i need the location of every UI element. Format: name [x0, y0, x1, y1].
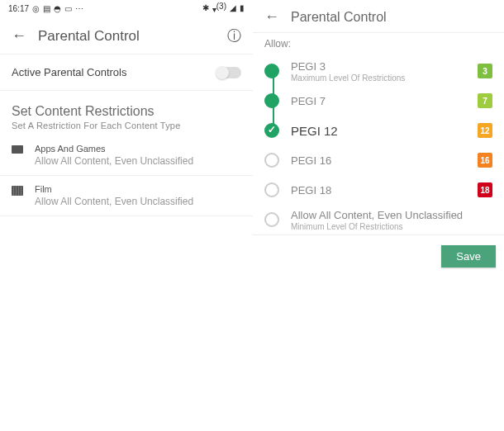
toggle-switch[interactable]	[216, 67, 241, 78]
section-title: Set Content Restrictions	[12, 104, 241, 119]
toggle-label: Active Parental Controls	[12, 66, 126, 78]
pegi-option[interactable]: PEGI 1212	[258, 116, 496, 145]
bluetooth-icon: ✱	[202, 3, 209, 12]
save-button[interactable]: Save	[441, 245, 496, 268]
signal-icon: ◢	[230, 3, 236, 12]
status-card-icon: ▭	[64, 4, 72, 13]
back-icon[interactable]: ←	[12, 27, 31, 45]
status-shield-icon: ◓	[54, 4, 61, 13]
radio-icon[interactable]	[264, 212, 279, 227]
pegi-option[interactable]: PEGI 77	[258, 86, 496, 116]
status-bar: 16:17 ◎ ▤ ◓ ▭ ⋯ ✱ ▾(3) ◢ ▮	[0, 0, 253, 17]
row-subtitle: Allow All Content, Even Unclassified	[35, 196, 241, 207]
battery-icon: ▮	[240, 3, 245, 12]
status-dot-icon: ▤	[43, 4, 50, 13]
page-title: Parental Control	[31, 28, 227, 45]
option-label: Allow All Content, Even UnclassifiedMini…	[291, 209, 492, 231]
film-icon	[12, 186, 23, 196]
radio-icon[interactable]	[264, 64, 279, 78]
page-title: Parental Control	[284, 10, 492, 25]
pegi-badge: 16	[478, 153, 492, 168]
divider	[0, 216, 253, 216]
radio-icon[interactable]	[264, 123, 279, 138]
option-label: PEGI 3Maximum Level Of Restrictions	[291, 60, 478, 83]
section-subtitle: Set A Restriction For Each Content Type	[12, 121, 241, 130]
option-sublabel: Maximum Level Of Restrictions	[291, 73, 478, 83]
option-label: PEGI 7	[291, 95, 478, 107]
pegi-option[interactable]: Allow All Content, Even UnclassifiedMini…	[258, 205, 496, 234]
pegi-badge: 18	[478, 182, 492, 197]
radio-icon[interactable]	[264, 93, 279, 108]
spotify-icon: ◎	[32, 4, 40, 13]
status-time: 16:17	[8, 4, 29, 13]
header: ← Parental Control ⓘ	[0, 17, 253, 54]
android-icon	[12, 145, 23, 154]
radio-icon[interactable]	[264, 182, 279, 197]
status-dots-icon: ⋯	[75, 4, 83, 13]
help-icon[interactable]: ⓘ	[227, 26, 241, 45]
option-label: PEGI 18	[291, 184, 478, 197]
option-label: PEGI 16	[291, 154, 478, 167]
option-label: PEGI 12	[291, 124, 478, 138]
allow-label: Allow:	[253, 33, 504, 56]
pegi-badge: 7	[478, 93, 492, 108]
restrictions-section: Set Content Restrictions Set A Restricti…	[0, 91, 253, 135]
row-title: Film	[35, 184, 241, 194]
pegi-option[interactable]: PEGI 1818	[258, 175, 496, 205]
wifi-icon: ▾(3)	[212, 2, 226, 14]
row-title: Apps And Games	[35, 144, 241, 154]
header: ← Parental Control	[253, 0, 504, 32]
settings-screen: 16:17 ◎ ▤ ◓ ▭ ⋯ ✱ ▾(3) ◢ ▮ ← Parental Co…	[0, 0, 253, 431]
row-film[interactable]: Film Allow All Content, Even Unclassifie…	[0, 176, 253, 216]
option-list: PEGI 3Maximum Level Of Restrictions3PEGI…	[253, 56, 504, 234]
back-icon[interactable]: ←	[264, 8, 284, 26]
pegi-badge: 12	[478, 123, 492, 138]
pegi-option[interactable]: PEGI 1616	[258, 145, 496, 175]
pegi-picker-screen: ← Parental Control Allow: PEGI 3Maximum …	[253, 0, 504, 431]
row-subtitle: Allow All Content, Even Unclassified	[35, 155, 241, 167]
option-sublabel: Minimum Level Of Restrictions	[291, 222, 492, 231]
row-apps-games[interactable]: Apps And Games Allow All Content, Even U…	[0, 135, 253, 175]
toggle-row[interactable]: Active Parental Controls	[0, 54, 253, 90]
pegi-badge: 3	[478, 64, 492, 78]
radio-icon[interactable]	[264, 153, 279, 168]
pegi-option[interactable]: PEGI 3Maximum Level Of Restrictions3	[258, 56, 496, 86]
